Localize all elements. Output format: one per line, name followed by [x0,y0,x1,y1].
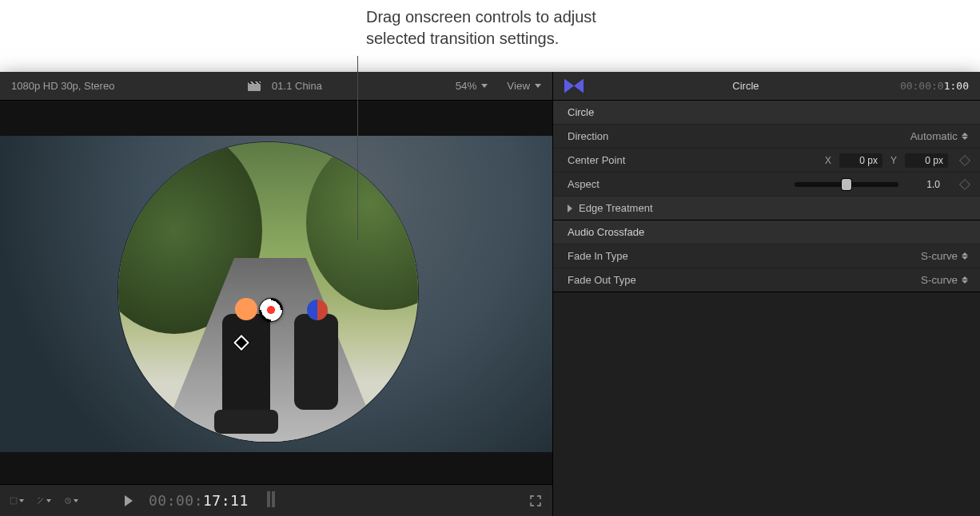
param-fade-out: Fade Out Type S-curve [553,268,980,292]
timecode-highlight: 17:11 [203,492,249,509]
center-y-field[interactable]: 0 px [905,153,948,168]
param-fade-in: Fade In Type S-curve [553,244,980,268]
disclosure-triangle-icon [568,204,572,212]
annotation-text: Drag onscreen controls to adjust selecte… [366,6,596,50]
axis-y-label: Y [890,155,897,166]
chevron-down-icon [74,499,78,502]
param-label: Center Point [568,154,679,166]
clip-name-label: 01.1 China [272,80,322,92]
retime-tool-menu[interactable] [64,494,78,508]
play-icon [125,495,133,506]
view-menu[interactable]: View [507,79,541,93]
chevron-down-icon [19,499,24,502]
chevron-down-icon [46,499,51,502]
center-x-field[interactable]: 0 px [839,153,882,168]
param-label: Fade Out Type [568,274,679,286]
fullscreen-button[interactable] [528,494,543,508]
param-label: Direction [568,130,679,142]
axis-x-label: X [825,155,831,166]
section-heading-circle: Circle [553,101,980,124]
fade-out-popup[interactable]: S-curve [921,273,969,288]
transition-icon [564,79,584,93]
aspect-slider[interactable] [795,182,898,187]
fade-in-value: S-curve [921,250,958,262]
inspector-body: Circle Direction Automatic Center Point … [553,101,980,516]
zoom-menu[interactable]: 54% [456,79,488,93]
transform-tool-menu[interactable] [10,494,24,508]
viewer-timecode: 00:00:17:11 [149,492,249,509]
param-label: Fade In Type [568,250,679,262]
keyframe-button[interactable] [959,154,970,165]
param-edge-treatment[interactable]: Edge Treatment [553,196,980,220]
video-frame [0,136,552,452]
param-direction: Direction Automatic [553,124,980,148]
param-label: Aspect [568,178,679,190]
viewer-header: 1080p HD 30p, Stereo 01.1 China 54% View [0,72,552,101]
chevron-down-icon [535,84,541,88]
direction-popup[interactable]: Automatic [910,129,969,144]
inspector-duration[interactable]: 00:00:01:00 [900,80,969,92]
app-window: 1080p HD 30p, Stereo 01.1 China 54% View [0,72,980,516]
clapperboard-icon [248,81,261,91]
viewer-format-label: 1080p HD 30p, Stereo [11,80,114,92]
duration-dim: 00:00:0 [900,80,944,92]
stepper-icon [961,276,969,284]
transition-circle-preview [118,142,418,442]
annotation-leader-line [357,56,358,240]
fade-in-popup[interactable]: S-curve [921,249,969,264]
onscreen-center-control[interactable] [260,299,282,321]
direction-value: Automatic [910,130,958,142]
color-tool-menu[interactable] [37,494,51,508]
zoom-value: 54% [456,80,477,92]
inspector-panel: Circle 00:00:01:00 Circle Direction Auto… [553,72,980,516]
inspector-header: Circle 00:00:01:00 [553,72,980,101]
aspect-value-field[interactable]: 1.0 [910,177,945,192]
param-label: Edge Treatment [579,202,969,214]
chevron-down-icon [481,84,488,88]
section-audio-crossfade: Audio Crossfade Fade In Type S-curve Fad… [553,220,980,292]
viewer-panel: 1080p HD 30p, Stereo 01.1 China 54% View [0,72,553,516]
annotation-callout: Drag onscreen controls to adjust selecte… [0,0,980,72]
stepper-icon [961,133,969,140]
slider-thumb[interactable] [842,179,851,190]
param-center-point: Center Point X 0 px Y 0 px [553,148,980,172]
play-button[interactable] [122,494,136,508]
timecode-dim: 00:00: [149,492,203,509]
duration-highlight: 1:00 [944,80,969,92]
section-heading-audio: Audio Crossfade [553,220,980,244]
svg-rect-0 [10,498,17,504]
keyframe-button[interactable] [959,178,970,189]
view-menu-label: View [507,80,530,92]
viewer-canvas[interactable] [0,101,552,484]
fade-out-value: S-curve [921,274,958,286]
stepper-icon [961,252,969,260]
inspector-title: Circle [592,80,900,92]
section-circle: Circle Direction Automatic Center Point … [553,101,980,220]
viewer-toolbar: 00:00:17:11 [0,484,552,516]
audio-meter-icon [266,491,276,510]
param-aspect: Aspect 1.0 [553,172,980,196]
